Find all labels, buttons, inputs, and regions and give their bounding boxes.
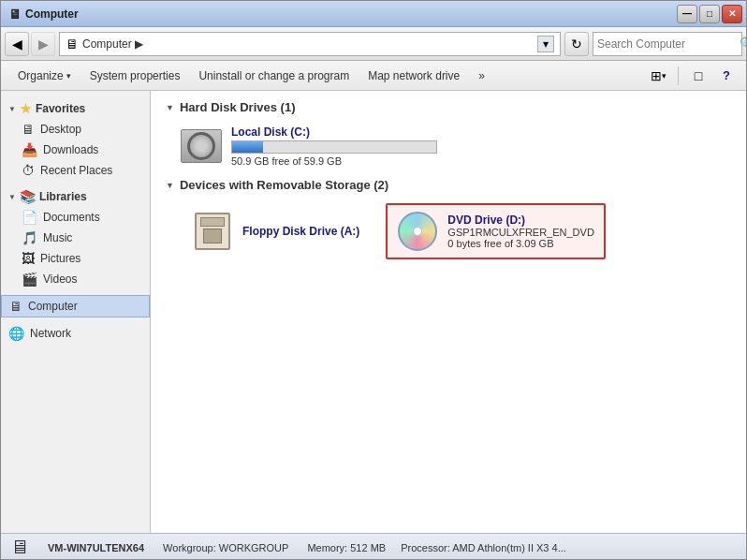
dvd-icon bbox=[397, 211, 438, 252]
devices-grid: Floppy Disk Drive (A:) DVD Drive (D:) GS… bbox=[181, 203, 731, 259]
computer-icon: 🖥 bbox=[9, 299, 22, 314]
sidebar-libraries-section: ▼ 📚 Libraries 📄 Documents 🎵 Music 🖼 Pict… bbox=[1, 186, 150, 289]
sidebar-favorites-header[interactable]: ▼ ★ Favorites bbox=[1, 98, 150, 119]
toolbar-right: ⊞ ▾ □ ? bbox=[646, 64, 739, 88]
status-computer-icon: 🖥 bbox=[10, 537, 33, 559]
help-button[interactable]: ? bbox=[714, 64, 739, 88]
floppy-info: Floppy Disk Drive (A:) bbox=[242, 225, 359, 238]
removable-section-header: ▼ Devices with Removable Storage (2) bbox=[166, 178, 731, 192]
favorites-arrow: ▼ bbox=[8, 105, 16, 113]
removable-arrow: ▼ bbox=[166, 181, 174, 190]
hdd-visual bbox=[181, 129, 222, 163]
desktop-icon: 🖥 bbox=[22, 122, 35, 137]
search-icon: 🔍 bbox=[740, 37, 747, 51]
sidebar-network-section: 🌐 Network bbox=[1, 323, 150, 344]
processor-info: Processor: AMD Athlon(tm) II X3 4... bbox=[401, 542, 566, 553]
organize-dropdown-icon: ▾ bbox=[66, 71, 71, 81]
sidebar-item-computer[interactable]: 🖥 Computer bbox=[1, 295, 150, 317]
title-bar-icon: 🖥 bbox=[8, 7, 22, 22]
toolbar-separator bbox=[678, 66, 679, 85]
address-bar: ◀ ▶ 🖥 Computer ▶ ▾ ↻ 🔍 bbox=[1, 27, 746, 61]
breadcrumb-text: Computer ▶ bbox=[82, 37, 143, 51]
sidebar-item-network[interactable]: 🌐 Network bbox=[1, 323, 150, 344]
sidebar-favorites-section: ▼ ★ Favorites 🖥 Desktop 📥 Downloads ⏱ Re… bbox=[1, 98, 150, 181]
computer-name: VM-WIN7ULTENX64 bbox=[48, 542, 144, 553]
preview-icon: □ bbox=[695, 68, 702, 83]
recent-places-icon: ⏱ bbox=[22, 163, 35, 178]
sidebar-item-recent-places[interactable]: ⏱ Recent Places bbox=[1, 160, 150, 181]
device-item-dvd[interactable]: DVD Drive (D:) GSP1RMCULXFRER_EN_DVD 0 b… bbox=[386, 203, 605, 259]
change-view-button[interactable]: ⊞ ▾ bbox=[646, 64, 670, 88]
drive-item-c[interactable]: Local Disk (C:) 50.9 GB free of 59.9 GB bbox=[181, 125, 731, 167]
dvd-drive-name: DVD Drive (D:) bbox=[447, 214, 593, 227]
libraries-icon: 📚 bbox=[20, 189, 36, 204]
favorites-star-icon: ★ bbox=[20, 101, 32, 116]
sidebar-item-downloads[interactable]: 📥 Downloads bbox=[1, 140, 150, 160]
dvd-size: 0 bytes free of 3.09 GB bbox=[447, 238, 593, 249]
device-item-floppy[interactable]: Floppy Disk Drive (A:) bbox=[181, 203, 371, 259]
title-bar: 🖥 Computer — □ ✕ bbox=[1, 1, 746, 27]
toolbar: Organize ▾ System properties Uninstall o… bbox=[1, 61, 746, 91]
content-area: ▼ Hard Disk Drives (1) Local Disk (C:) 5… bbox=[151, 91, 746, 533]
uninstall-button[interactable]: Uninstall or change a program bbox=[189, 63, 359, 89]
workgroup-value: WORKGROUP bbox=[219, 542, 289, 553]
sidebar-libraries-header[interactable]: ▼ 📚 Libraries bbox=[1, 186, 150, 207]
breadcrumb-dropdown[interactable]: ▾ bbox=[537, 36, 554, 52]
sidebar-item-pictures[interactable]: 🖼 Pictures bbox=[1, 248, 150, 269]
drive-c-icon bbox=[181, 125, 222, 167]
sidebar-item-desktop[interactable]: 🖥 Desktop bbox=[1, 119, 150, 140]
memory-value: 512 MB bbox=[350, 542, 386, 553]
dvd-label: GSP1RMCULXFRER_EN_DVD bbox=[447, 227, 593, 238]
map-network-button[interactable]: Map network drive bbox=[359, 63, 469, 89]
title-bar-controls: — □ ✕ bbox=[677, 5, 742, 23]
documents-icon: 📄 bbox=[22, 210, 37, 225]
drive-c-progress-bg bbox=[231, 140, 437, 154]
processor-value: AMD Athlon(tm) II X3 4... bbox=[452, 542, 566, 553]
drive-c-size: 50.9 GB free of 59.9 GB bbox=[231, 155, 731, 167]
hdd-section-header: ▼ Hard Disk Drives (1) bbox=[166, 100, 731, 114]
memory-info: Memory: 512 MB bbox=[307, 542, 386, 553]
forward-button[interactable]: ▶ bbox=[31, 32, 55, 56]
minimize-button[interactable]: — bbox=[677, 5, 697, 23]
network-icon: 🌐 bbox=[8, 326, 24, 341]
view-dropdown-icon: ▾ bbox=[662, 71, 666, 81]
main-layout: ▼ ★ Favorites 🖥 Desktop 📥 Downloads ⏱ Re… bbox=[1, 91, 746, 533]
status-info: VM-WIN7ULTENX64 Workgroup: WORKGROUP Mem… bbox=[48, 542, 386, 553]
refresh-button[interactable]: ↻ bbox=[564, 32, 589, 56]
view-icon: ⊞ bbox=[651, 68, 662, 83]
breadcrumb-icon: 🖥 bbox=[66, 37, 79, 52]
floppy-icon bbox=[192, 211, 233, 252]
search-input[interactable] bbox=[597, 37, 738, 51]
sidebar-computer-section: 🖥 Computer bbox=[1, 295, 150, 317]
dvd-info: DVD Drive (D:) GSP1RMCULXFRER_EN_DVD 0 b… bbox=[447, 214, 593, 249]
drive-c-info: Local Disk (C:) 50.9 GB free of 59.9 GB bbox=[231, 125, 731, 167]
workgroup-info: Workgroup: WORKGROUP bbox=[163, 542, 288, 553]
maximize-button[interactable]: □ bbox=[699, 5, 720, 23]
title-bar-title: Computer bbox=[25, 7, 79, 21]
videos-icon: 🎬 bbox=[22, 272, 37, 287]
sidebar-item-music[interactable]: 🎵 Music bbox=[1, 228, 150, 248]
system-properties-button[interactable]: System properties bbox=[81, 63, 190, 89]
libraries-arrow: ▼ bbox=[8, 193, 16, 201]
sidebar-item-videos[interactable]: 🎬 Videos bbox=[1, 269, 150, 289]
help-icon: ? bbox=[723, 68, 730, 82]
preview-pane-button[interactable]: □ bbox=[686, 64, 710, 88]
status-bar: 🖥 VM-WIN7ULTENX64 Workgroup: WORKGROUP M… bbox=[1, 533, 746, 560]
drive-c-progress-fill bbox=[232, 141, 263, 153]
downloads-icon: 📥 bbox=[22, 142, 37, 157]
drive-c-name: Local Disk (C:) bbox=[231, 125, 731, 139]
title-bar-left: 🖥 Computer bbox=[8, 7, 79, 22]
nav-buttons: ◀ ▶ bbox=[5, 32, 55, 56]
close-button[interactable]: ✕ bbox=[722, 5, 742, 23]
sidebar: ▼ ★ Favorites 🖥 Desktop 📥 Downloads ⏱ Re… bbox=[1, 91, 151, 533]
breadcrumb-bar[interactable]: 🖥 Computer ▶ ▾ bbox=[59, 32, 561, 56]
music-icon: 🎵 bbox=[22, 230, 37, 245]
pictures-icon: 🖼 bbox=[22, 251, 35, 266]
more-button[interactable]: » bbox=[469, 63, 494, 89]
hdd-arrow: ▼ bbox=[166, 103, 174, 112]
floppy-name: Floppy Disk Drive (A:) bbox=[242, 225, 359, 238]
sidebar-item-documents[interactable]: 📄 Documents bbox=[1, 207, 150, 228]
back-button[interactable]: ◀ bbox=[5, 32, 29, 56]
organize-button[interactable]: Organize ▾ bbox=[8, 63, 81, 89]
search-bar: 🔍 bbox=[593, 32, 742, 56]
